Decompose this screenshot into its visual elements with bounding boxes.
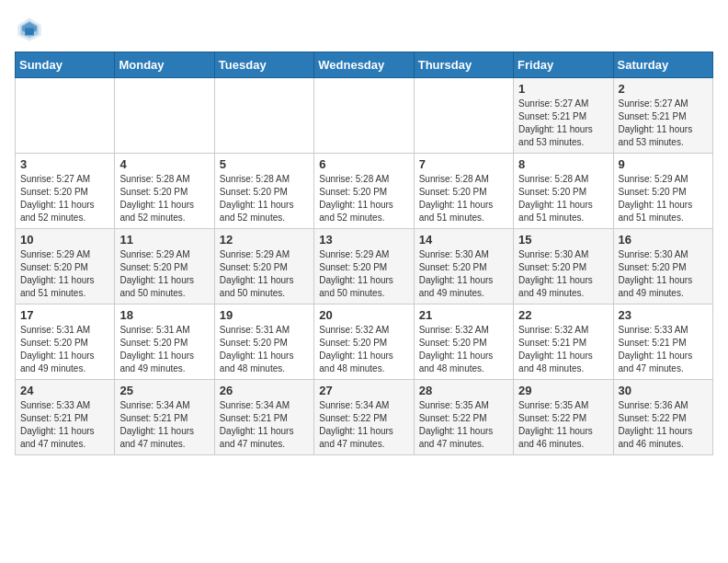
cell-info: Sunrise: 5:34 AM Sunset: 5:22 PM Dayligh… [319, 399, 408, 451]
day-number: 15 [518, 233, 608, 247]
cell-info: Sunrise: 5:32 AM Sunset: 5:20 PM Dayligh… [319, 324, 408, 375]
header-wednesday: Wednesday [314, 52, 414, 78]
cell-info: Sunrise: 5:36 AM Sunset: 5:22 PM Dayligh… [619, 399, 708, 451]
cell-info: Sunrise: 5:28 AM Sunset: 5:20 PM Dayligh… [119, 173, 209, 224]
cell-info: Sunrise: 5:35 AM Sunset: 5:22 PM Dayligh… [518, 399, 608, 451]
day-number: 23 [619, 308, 708, 322]
calendar-cell: 18Sunrise: 5:31 AM Sunset: 5:20 PM Dayli… [115, 304, 214, 380]
calendar-cell: 12Sunrise: 5:29 AM Sunset: 5:20 PM Dayli… [214, 229, 313, 304]
cell-info: Sunrise: 5:29 AM Sunset: 5:20 PM Dayligh… [319, 248, 408, 300]
day-number: 30 [619, 384, 708, 397]
cell-info: Sunrise: 5:27 AM Sunset: 5:21 PM Dayligh… [619, 98, 708, 149]
cell-info: Sunrise: 5:34 AM Sunset: 5:21 PM Dayligh… [119, 399, 209, 451]
day-number: 5 [220, 157, 309, 171]
calendar-cell: 22Sunrise: 5:32 AM Sunset: 5:21 PM Dayli… [514, 304, 613, 380]
calendar-cell: 11Sunrise: 5:29 AM Sunset: 5:20 PM Dayli… [115, 229, 214, 304]
page-header [15, 15, 713, 44]
cell-info: Sunrise: 5:27 AM Sunset: 5:21 PM Dayligh… [518, 98, 608, 149]
cell-info: Sunrise: 5:28 AM Sunset: 5:20 PM Dayligh… [518, 173, 608, 224]
cell-info: Sunrise: 5:34 AM Sunset: 5:21 PM Dayligh… [220, 399, 309, 451]
day-number: 21 [419, 308, 508, 322]
day-number: 29 [518, 384, 608, 397]
calendar-cell: 5Sunrise: 5:28 AM Sunset: 5:20 PM Daylig… [214, 154, 313, 229]
cell-info: Sunrise: 5:32 AM Sunset: 5:21 PM Dayligh… [518, 324, 608, 375]
header-saturday: Saturday [613, 52, 712, 78]
calendar-cell: 14Sunrise: 5:30 AM Sunset: 5:20 PM Dayli… [414, 229, 513, 304]
cell-info: Sunrise: 5:33 AM Sunset: 5:21 PM Dayligh… [619, 324, 708, 375]
cell-info: Sunrise: 5:31 AM Sunset: 5:20 PM Dayligh… [20, 324, 109, 375]
cell-info: Sunrise: 5:27 AM Sunset: 5:20 PM Dayligh… [20, 173, 109, 224]
day-number: 28 [419, 384, 508, 397]
calendar-week-2: 10Sunrise: 5:29 AM Sunset: 5:20 PM Dayli… [16, 229, 713, 304]
day-number: 4 [119, 157, 209, 171]
day-number: 22 [518, 308, 608, 322]
calendar-cell [314, 78, 414, 154]
day-number: 2 [619, 82, 708, 96]
cell-info: Sunrise: 5:31 AM Sunset: 5:20 PM Dayligh… [119, 324, 209, 375]
header-thursday: Thursday [414, 52, 513, 78]
day-number: 12 [220, 233, 309, 247]
day-number: 6 [319, 157, 408, 171]
calendar-cell: 21Sunrise: 5:32 AM Sunset: 5:20 PM Dayli… [414, 304, 513, 380]
calendar-cell: 1Sunrise: 5:27 AM Sunset: 5:21 PM Daylig… [514, 78, 613, 154]
header-row: SundayMondayTuesdayWednesdayThursdayFrid… [16, 52, 713, 78]
calendar-week-3: 17Sunrise: 5:31 AM Sunset: 5:20 PM Dayli… [16, 304, 713, 380]
cell-info: Sunrise: 5:29 AM Sunset: 5:20 PM Dayligh… [119, 248, 209, 300]
day-number: 20 [319, 308, 408, 322]
cell-info: Sunrise: 5:30 AM Sunset: 5:20 PM Dayligh… [518, 248, 608, 300]
calendar-cell [115, 78, 214, 154]
calendar-cell: 26Sunrise: 5:34 AM Sunset: 5:21 PM Dayli… [214, 380, 313, 455]
calendar-cell: 9Sunrise: 5:29 AM Sunset: 5:20 PM Daylig… [613, 154, 712, 229]
day-number: 27 [319, 384, 408, 397]
cell-info: Sunrise: 5:35 AM Sunset: 5:22 PM Dayligh… [419, 399, 508, 451]
logo-icon [15, 15, 44, 44]
day-number: 7 [419, 157, 508, 171]
calendar-cell: 29Sunrise: 5:35 AM Sunset: 5:22 PM Dayli… [514, 380, 613, 455]
cell-info: Sunrise: 5:29 AM Sunset: 5:20 PM Dayligh… [619, 173, 708, 224]
calendar-cell [16, 78, 115, 154]
calendar-cell [414, 78, 513, 154]
day-number: 14 [419, 233, 508, 247]
header-sunday: Sunday [16, 52, 115, 78]
cell-info: Sunrise: 5:30 AM Sunset: 5:20 PM Dayligh… [619, 248, 708, 300]
cell-info: Sunrise: 5:32 AM Sunset: 5:20 PM Dayligh… [419, 324, 508, 375]
calendar-cell: 24Sunrise: 5:33 AM Sunset: 5:21 PM Dayli… [16, 380, 115, 455]
calendar-cell: 15Sunrise: 5:30 AM Sunset: 5:20 PM Dayli… [514, 229, 613, 304]
day-number: 26 [220, 384, 309, 397]
day-number: 16 [619, 233, 708, 247]
calendar-header: SundayMondayTuesdayWednesdayThursdayFrid… [16, 52, 713, 78]
calendar-cell: 2Sunrise: 5:27 AM Sunset: 5:21 PM Daylig… [613, 78, 712, 154]
day-number: 17 [20, 308, 109, 322]
calendar-cell: 23Sunrise: 5:33 AM Sunset: 5:21 PM Dayli… [613, 304, 712, 380]
day-number: 11 [119, 233, 209, 247]
day-number: 8 [518, 157, 608, 171]
calendar-cell: 20Sunrise: 5:32 AM Sunset: 5:20 PM Dayli… [314, 304, 414, 380]
cell-info: Sunrise: 5:29 AM Sunset: 5:20 PM Dayligh… [220, 248, 309, 300]
cell-info: Sunrise: 5:33 AM Sunset: 5:21 PM Dayligh… [20, 399, 109, 451]
day-number: 1 [518, 82, 608, 96]
calendar-cell: 7Sunrise: 5:28 AM Sunset: 5:20 PM Daylig… [414, 154, 513, 229]
calendar-cell: 27Sunrise: 5:34 AM Sunset: 5:22 PM Dayli… [314, 380, 414, 455]
calendar-cell: 3Sunrise: 5:27 AM Sunset: 5:20 PM Daylig… [16, 154, 115, 229]
header-monday: Monday [115, 52, 214, 78]
calendar-cell: 6Sunrise: 5:28 AM Sunset: 5:20 PM Daylig… [314, 154, 414, 229]
calendar-week-0: 1Sunrise: 5:27 AM Sunset: 5:21 PM Daylig… [16, 78, 713, 154]
day-number: 13 [319, 233, 408, 247]
calendar-cell: 19Sunrise: 5:31 AM Sunset: 5:20 PM Dayli… [214, 304, 313, 380]
calendar-cell: 4Sunrise: 5:28 AM Sunset: 5:20 PM Daylig… [115, 154, 214, 229]
cell-info: Sunrise: 5:31 AM Sunset: 5:20 PM Dayligh… [220, 324, 309, 375]
calendar-table: SundayMondayTuesdayWednesdayThursdayFrid… [15, 52, 713, 455]
calendar-cell: 30Sunrise: 5:36 AM Sunset: 5:22 PM Dayli… [613, 380, 712, 455]
calendar-cell [214, 78, 313, 154]
calendar-body: 1Sunrise: 5:27 AM Sunset: 5:21 PM Daylig… [16, 78, 713, 455]
day-number: 18 [119, 308, 209, 322]
calendar-cell: 25Sunrise: 5:34 AM Sunset: 5:21 PM Dayli… [115, 380, 214, 455]
cell-info: Sunrise: 5:28 AM Sunset: 5:20 PM Dayligh… [220, 173, 309, 224]
calendar-week-4: 24Sunrise: 5:33 AM Sunset: 5:21 PM Dayli… [16, 380, 713, 455]
cell-info: Sunrise: 5:28 AM Sunset: 5:20 PM Dayligh… [319, 173, 408, 224]
calendar-cell: 28Sunrise: 5:35 AM Sunset: 5:22 PM Dayli… [414, 380, 513, 455]
cell-info: Sunrise: 5:28 AM Sunset: 5:20 PM Dayligh… [419, 173, 508, 224]
calendar-cell: 10Sunrise: 5:29 AM Sunset: 5:20 PM Dayli… [16, 229, 115, 304]
day-number: 10 [20, 233, 109, 247]
cell-info: Sunrise: 5:30 AM Sunset: 5:20 PM Dayligh… [419, 248, 508, 300]
